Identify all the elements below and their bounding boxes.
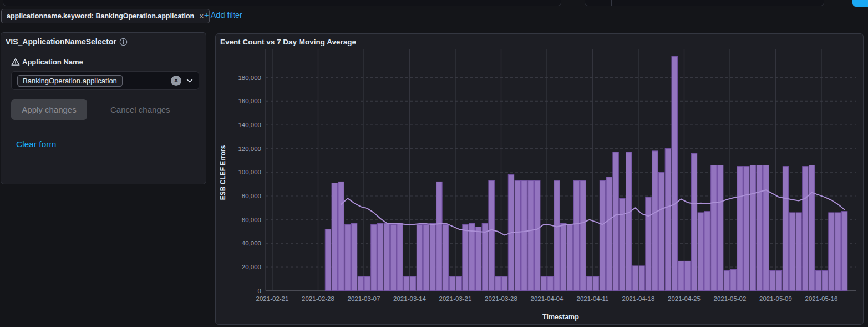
svg-text:80,000: 80,000 bbox=[242, 193, 261, 199]
svg-text:160,000: 160,000 bbox=[238, 98, 261, 104]
svg-text:140,000: 140,000 bbox=[238, 122, 261, 128]
remove-filter-icon[interactable]: × bbox=[199, 12, 204, 21]
svg-text:2021-02-21: 2021-02-21 bbox=[256, 295, 289, 302]
date-picker-divider bbox=[611, 0, 612, 6]
chart-panel: Event Count vs 7 Day Moving Average 2021… bbox=[215, 33, 864, 325]
cancel-changes-button[interactable]: Cancel changes bbox=[105, 105, 176, 114]
filter-pill[interactable]: applicationname.keyword: BankingOperatio… bbox=[1, 9, 210, 23]
filter-pill-label: applicationname.keyword: BankingOperatio… bbox=[7, 12, 194, 20]
svg-text:2021-04-18: 2021-04-18 bbox=[622, 295, 655, 302]
svg-text:2021-03-28: 2021-03-28 bbox=[485, 295, 517, 302]
application-name-combobox[interactable]: BankingOperation.application × bbox=[11, 71, 199, 90]
svg-text:2021-03-07: 2021-03-07 bbox=[348, 295, 380, 302]
svg-text:2021-04-04: 2021-04-04 bbox=[531, 295, 564, 302]
application-name-label: Application Name bbox=[22, 58, 83, 66]
clear-form-link[interactable]: Clear form bbox=[16, 139, 56, 149]
apply-changes-button[interactable]: Apply changes bbox=[11, 99, 87, 120]
svg-text:180,000: 180,000 bbox=[238, 74, 261, 81]
svg-text:2021-02-28: 2021-02-28 bbox=[302, 295, 334, 302]
svg-text:100,000: 100,000 bbox=[238, 169, 261, 175]
svg-text:60,000: 60,000 bbox=[242, 217, 261, 223]
chevron-down-icon[interactable] bbox=[185, 76, 194, 85]
x-axis-title: Timestamp bbox=[505, 313, 616, 321]
application-selector-panel: VIS_ApplicationNameSelector Application … bbox=[1, 32, 206, 184]
svg-text:0: 0 bbox=[258, 288, 261, 294]
y-axis-title: ESB CLEF Errors bbox=[219, 128, 228, 217]
panel-title: VIS_ApplicationNameSelector bbox=[6, 37, 116, 46]
selected-application-tag: BankingOperation.application bbox=[17, 75, 123, 87]
svg-text:2021-04-11: 2021-04-11 bbox=[577, 295, 609, 302]
svg-text:2021-05-09: 2021-05-09 bbox=[759, 295, 792, 302]
clear-selection-icon[interactable]: × bbox=[171, 76, 181, 86]
event-count-chart: 2021-02-212021-02-282021-03-072021-03-14… bbox=[216, 34, 863, 324]
warning-icon bbox=[11, 58, 20, 66]
svg-text:120,000: 120,000 bbox=[238, 145, 261, 152]
filter-bar: applicationname.keyword: BankingOperatio… bbox=[0, 8, 868, 26]
svg-text:40,000: 40,000 bbox=[242, 240, 261, 246]
svg-text:20,000: 20,000 bbox=[242, 264, 261, 270]
query-bar[interactable] bbox=[3, 0, 561, 6]
add-filter-link[interactable]: + Add filter bbox=[204, 11, 242, 19]
svg-text:2021-03-14: 2021-03-14 bbox=[393, 295, 426, 302]
svg-text:2021-03-21: 2021-03-21 bbox=[439, 295, 472, 302]
svg-text:2021-05-02: 2021-05-02 bbox=[714, 295, 747, 302]
info-icon[interactable] bbox=[119, 38, 128, 46]
svg-text:2021-05-16: 2021-05-16 bbox=[805, 295, 838, 302]
date-range-picker[interactable] bbox=[585, 0, 824, 6]
update-button[interactable] bbox=[852, 0, 868, 7]
svg-text:2021-04-25: 2021-04-25 bbox=[668, 295, 701, 302]
